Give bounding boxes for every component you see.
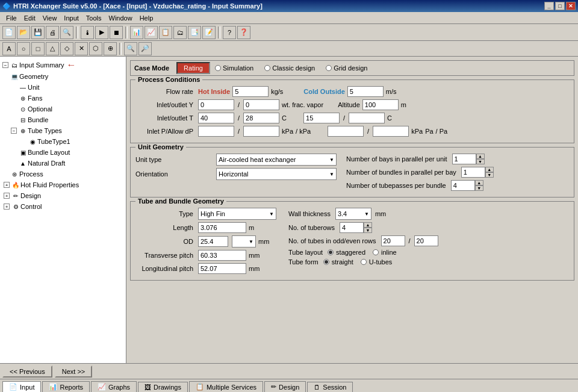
tool2-button[interactable]: 📈 [144, 26, 158, 39]
hot-p2-input[interactable] [243, 126, 279, 137]
hot-y2-input[interactable] [243, 99, 279, 110]
simulation-radio[interactable] [215, 65, 221, 71]
simulation-option[interactable]: Simulation [215, 64, 253, 72]
od-dropdown[interactable]: ▼ [232, 235, 256, 247]
run-button[interactable]: ▶ [95, 26, 108, 39]
bundles-input[interactable] [461, 167, 485, 178]
bays-up[interactable]: ▲ [476, 154, 485, 159]
previous-button[interactable]: << Previous [2, 366, 52, 378]
shape3-button[interactable]: △ [46, 42, 59, 55]
menu-view[interactable]: View [39, 13, 61, 23]
utubes-radio[interactable] [361, 259, 367, 265]
cold-p2-input[interactable] [373, 126, 409, 137]
expand-input-summary[interactable]: − [2, 62, 8, 68]
help-button[interactable]: ❓ [237, 26, 250, 39]
expand-design[interactable]: + [4, 193, 10, 199]
tree-item-natural-draft[interactable]: ▲ Natural Draft [0, 158, 126, 169]
help-q-button[interactable]: ? [223, 26, 236, 39]
cold-t2-input[interactable] [349, 113, 385, 123]
grid-design-option[interactable]: Grid design [326, 64, 367, 72]
grid-design-radio[interactable] [326, 65, 332, 71]
tree-item-control[interactable]: + ⚙ Control [0, 201, 126, 212]
unit-type-dropdown[interactable]: Air-cooled heat exchanger ▼ [216, 154, 337, 166]
tab-multiple-services[interactable]: 📋 Multiple Services [189, 381, 263, 392]
type-dropdown[interactable]: High Fin ▼ [198, 208, 276, 220]
orientation-dropdown[interactable]: Horizontal ▼ [216, 168, 337, 180]
shape4-button[interactable]: ◇ [60, 42, 73, 55]
inline-radio[interactable] [373, 249, 379, 255]
preview-button[interactable]: 🔍 [60, 26, 73, 39]
tubepasses-down[interactable]: ▼ [475, 185, 483, 191]
tool6-button[interactable]: 📝 [202, 26, 216, 39]
longitudinal-pitch-input[interactable] [198, 263, 246, 274]
tree-item-unit[interactable]: — Unit [0, 82, 126, 93]
menu-window[interactable]: Window [105, 13, 136, 23]
shape1-button[interactable]: ○ [17, 42, 30, 55]
no-tubes-odd-input[interactable] [381, 235, 405, 246]
flow-rate-input[interactable] [232, 86, 269, 97]
stop-button[interactable]: ⏹ [110, 26, 123, 39]
menu-file[interactable]: File [2, 13, 20, 23]
minimize-button[interactable]: _ [544, 2, 554, 10]
shape2-button[interactable]: □ [31, 42, 45, 55]
tree-item-fans[interactable]: ⊛ Fans [0, 93, 126, 104]
tree-item-geometry[interactable]: 💻 Geometry [0, 71, 126, 82]
close-button[interactable]: ✕ [566, 2, 576, 10]
tree-item-bundle[interactable]: ⊟ Bundle [0, 114, 126, 125]
hot-t2-input[interactable] [243, 113, 279, 123]
hot-y1-input[interactable] [198, 99, 234, 110]
expand-control[interactable]: + [4, 204, 10, 210]
classic-design-radio[interactable] [264, 65, 270, 71]
tubepasses-input[interactable] [451, 180, 475, 191]
tree-item-hot-fluid[interactable]: + 🔥 Hot Fluid Properties [0, 179, 126, 190]
tree-item-optional[interactable]: ⊙ Optional [0, 104, 126, 114]
bundles-up[interactable]: ▲ [485, 167, 494, 172]
cold-t1-input[interactable] [303, 113, 340, 123]
print-button[interactable]: 🖨 [46, 26, 59, 39]
hot-p1-input[interactable] [198, 126, 234, 137]
new-button[interactable]: 📄 [2, 26, 16, 39]
save-button[interactable]: 💾 [31, 26, 45, 39]
tree-item-bundle-layout[interactable]: ▣ Bundle Layout [0, 147, 126, 158]
tree-item-design[interactable]: + ✏ Design [0, 190, 126, 201]
tool4-button[interactable]: 🗂 [173, 26, 187, 39]
cold-speed-input[interactable] [347, 86, 384, 97]
menu-help[interactable]: Help [136, 13, 157, 23]
next-button[interactable]: Next >> [55, 366, 93, 378]
thermometer-button[interactable]: 🌡 [81, 26, 94, 39]
menu-edit[interactable]: Edit [20, 13, 39, 23]
zoom-out-button[interactable]: 🔎 [138, 42, 152, 55]
tab-session[interactable]: 🗒 Session [307, 382, 353, 392]
tool5-button[interactable]: 📑 [188, 26, 201, 39]
no-tuberows-down[interactable]: ▼ [364, 228, 372, 233]
font-button[interactable]: A [2, 42, 16, 55]
bays-input[interactable] [452, 154, 476, 164]
transverse-pitch-input[interactable] [198, 250, 246, 261]
od-input[interactable] [198, 236, 228, 247]
menu-input[interactable]: Input [60, 13, 82, 23]
shape5-button[interactable]: ✕ [75, 42, 88, 55]
no-tubes-even-input[interactable] [414, 235, 438, 246]
no-tuberows-input[interactable] [340, 222, 364, 233]
tubepasses-up[interactable]: ▲ [475, 180, 483, 185]
tab-drawings[interactable]: 🖼 Drawings [138, 382, 188, 392]
tree-item-tube-types[interactable]: − ⊕ Tube Types [0, 125, 126, 136]
zoom-in-button[interactable]: 🔍 [124, 42, 137, 55]
tab-design[interactable]: ✏ Design [264, 381, 306, 392]
rating-button[interactable]: Rating [176, 62, 210, 74]
tool3-button[interactable]: 📋 [159, 26, 172, 39]
menu-tools[interactable]: Tools [82, 13, 105, 23]
cold-p1-input[interactable] [328, 126, 364, 137]
bundles-down[interactable]: ▼ [485, 172, 494, 178]
straight-radio[interactable] [323, 259, 329, 265]
tab-input[interactable]: 📄 Input [2, 381, 41, 392]
expand-tube-types[interactable]: − [11, 128, 17, 134]
no-tuberows-up[interactable]: ▲ [364, 222, 372, 228]
tree-item-tube-type1[interactable]: ◉ TubeType1 [0, 136, 126, 147]
tree-item-input-summary[interactable]: − 🗂 Input Summary ← [0, 59, 126, 71]
staggered-radio[interactable] [328, 249, 334, 255]
shape7-button[interactable]: ⊕ [104, 42, 117, 55]
altitude-input[interactable] [362, 99, 399, 110]
tool1-button[interactable]: 📊 [130, 26, 143, 39]
wall-thickness-dropdown[interactable]: 3.4 ▼ [335, 208, 371, 220]
